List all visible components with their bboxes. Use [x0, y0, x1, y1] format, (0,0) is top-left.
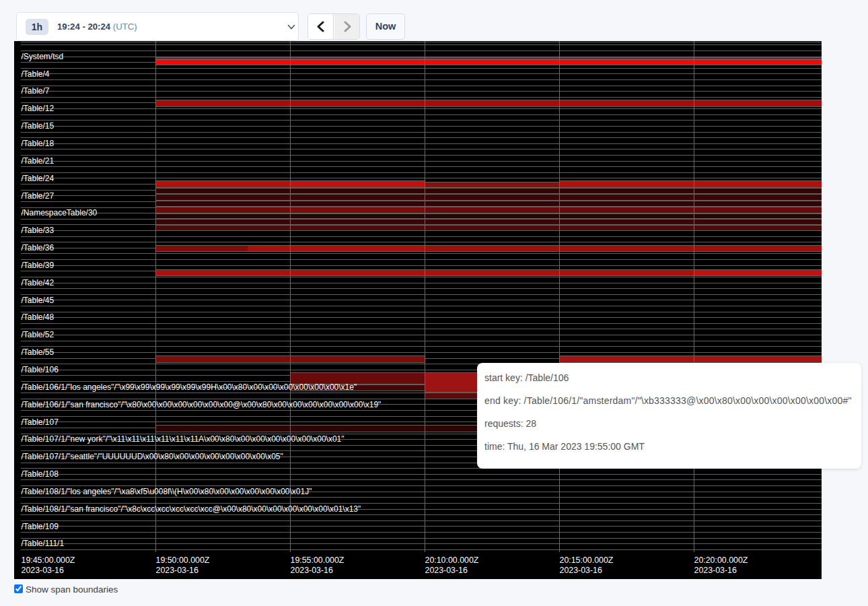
svg-text:19:50:00.000Z: 19:50:00.000Z: [156, 556, 210, 565]
svg-text:/Table/111/1: /Table/111/1: [22, 539, 65, 548]
svg-text:/Table/108: /Table/108: [22, 469, 59, 479]
svg-text:/Table/36: /Table/36: [22, 243, 55, 252]
svg-text:2023-03-16: 2023-03-16: [291, 566, 333, 575]
svg-text:/Table/109: /Table/109: [22, 522, 59, 531]
svg-text:2023-03-16: 2023-03-16: [694, 566, 737, 575]
svg-text:/System/tsd: /System/tsd: [22, 52, 64, 61]
svg-text:20:10:00.000Z: 20:10:00.000Z: [425, 556, 479, 565]
svg-text:20:15:00.000Z: 20:15:00.000Z: [560, 556, 614, 565]
svg-text:2023-03-16: 2023-03-16: [425, 566, 468, 575]
svg-text:2023-03-16: 2023-03-16: [156, 566, 198, 575]
svg-text:19:55:00.000Z: 19:55:00.000Z: [291, 556, 345, 565]
svg-text:/Table/12: /Table/12: [22, 104, 55, 113]
svg-text:/Table/106/1/"san francisco"/": /Table/106/1/"san francisco"/"\x80\x00\x…: [22, 400, 382, 409]
svg-text:/NamespaceTable/30: /NamespaceTable/30: [22, 208, 98, 217]
svg-text:/Table/107/1/"new york"/"\x11\: /Table/107/1/"new york"/"\x11\x11\x11\x1…: [22, 434, 345, 444]
svg-text:/Table/107/1/"seattle"/"UUUUUU: /Table/107/1/"seattle"/"UUUUUUD\x00\x80\…: [22, 452, 283, 461]
svg-text:/Table/27: /Table/27: [22, 191, 55, 201]
svg-text:/Table/48: /Table/48: [22, 312, 55, 322]
svg-text:/Table/18: /Table/18: [22, 139, 55, 148]
svg-text:2023-03-16: 2023-03-16: [22, 566, 64, 575]
svg-text:/Table/108/1/"los angeles"/"\x: /Table/108/1/"los angeles"/"\xa8\xf5\u00…: [22, 487, 312, 496]
svg-text:19:45:00.000Z: 19:45:00.000Z: [22, 556, 75, 565]
svg-text:/Table/106: /Table/106: [22, 365, 59, 374]
svg-text:/Table/24: /Table/24: [22, 174, 55, 183]
svg-text:/Table/107: /Table/107: [22, 417, 59, 427]
svg-text:/Table/15: /Table/15: [22, 121, 55, 131]
svg-text:/Table/33: /Table/33: [22, 226, 55, 235]
svg-text:/Table/42: /Table/42: [22, 278, 55, 288]
svg-text:/Table/52: /Table/52: [22, 330, 55, 339]
svg-text:2023-03-16: 2023-03-16: [560, 566, 602, 575]
svg-text:/Table/7: /Table/7: [22, 86, 50, 96]
svg-text:/Table/108/1/"san francisco"/": /Table/108/1/"san francisco"/"\x8c\xcc\x…: [22, 504, 361, 514]
svg-text:/Table/45: /Table/45: [22, 296, 55, 305]
svg-text:/Table/39: /Table/39: [22, 261, 55, 270]
svg-text:/Table/55: /Table/55: [22, 347, 55, 357]
svg-text:/Table/4: /Table/4: [22, 69, 50, 79]
svg-text:/Table/106/1/"los angeles"/"\x: /Table/106/1/"los angeles"/"\x99\x99\x99…: [22, 382, 357, 392]
svg-text:20:20:00.000Z: 20:20:00.000Z: [694, 556, 748, 565]
svg-text:/Table/21: /Table/21: [22, 156, 55, 166]
